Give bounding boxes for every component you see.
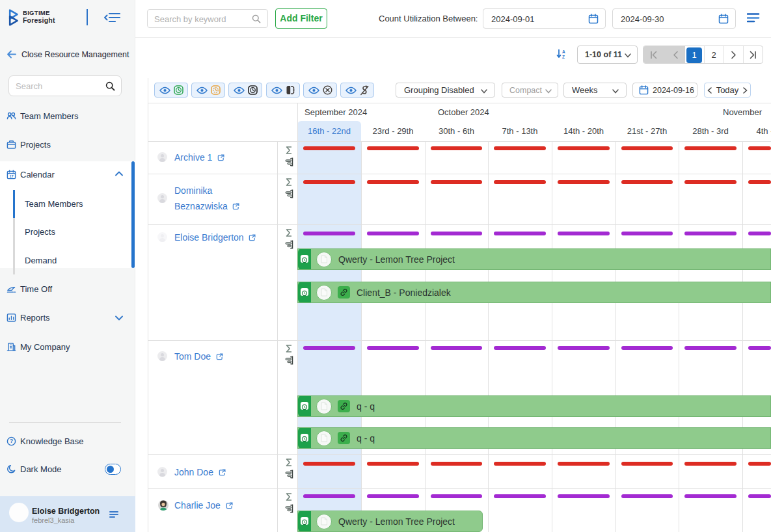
svg-text:17: 17 — [9, 174, 13, 178]
svg-text:Z: Z — [562, 55, 565, 59]
svg-text:?: ? — [10, 438, 13, 444]
svg-text:A: A — [562, 49, 565, 54]
